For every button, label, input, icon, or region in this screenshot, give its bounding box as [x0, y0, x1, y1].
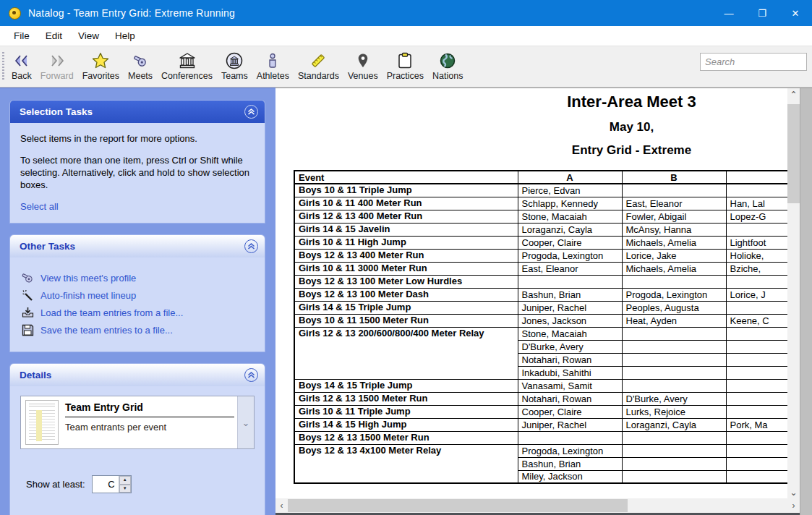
- minimize-button[interactable]: —: [712, 0, 745, 26]
- menu-file[interactable]: File: [6, 27, 38, 44]
- entry-cell[interactable]: McAnsy, Hanna: [622, 223, 726, 236]
- entry-cell[interactable]: Notahari, Rowan: [518, 392, 622, 405]
- event-cell[interactable]: Girls 12 & 13 1500 Meter Run: [294, 392, 518, 405]
- entry-cell[interactable]: Schlapp, Kennedy: [518, 197, 622, 210]
- event-cell[interactable]: Boys 10 & 11 1500 Meter Run: [294, 314, 518, 327]
- entry-cell[interactable]: Fowler, Abigail: [622, 210, 726, 223]
- entry-cell[interactable]: [726, 405, 787, 418]
- event-cell[interactable]: Girls 10 & 11 3000 Meter Run: [294, 262, 518, 275]
- event-cell[interactable]: Boys 12 & 13 1500 Meter Run: [294, 431, 518, 444]
- entry-cell[interactable]: [726, 353, 787, 366]
- event-cell[interactable]: Girls 10 & 11 High Jump: [294, 236, 518, 249]
- details-header[interactable]: Details: [10, 364, 265, 386]
- entry-cell[interactable]: [622, 457, 726, 470]
- spinner-down-icon[interactable]: ▼: [119, 485, 131, 493]
- toolbar-button-practices[interactable]: Practices: [383, 51, 428, 81]
- entry-cell[interactable]: Loraganzi, Cayla: [518, 223, 622, 236]
- entry-cell[interactable]: Juniper, Rachel: [518, 301, 622, 314]
- collapse-chevron-icon[interactable]: [244, 105, 258, 119]
- collapse-chevron-icon[interactable]: [244, 368, 258, 382]
- vertical-scroll-track[interactable]: [787, 101, 800, 486]
- selection-tasks-header[interactable]: Selection Tasks: [10, 101, 265, 123]
- entry-cell[interactable]: Cooper, Claire: [518, 236, 622, 249]
- entry-cell[interactable]: D'Burke, Avery: [622, 392, 726, 405]
- scroll-up-icon[interactable]: ⌃: [787, 88, 800, 101]
- event-cell[interactable]: Boys 12 & 13 4x100 Meter Relay: [294, 444, 518, 483]
- entry-cell[interactable]: Han, Lal: [726, 197, 787, 210]
- entry-cell[interactable]: Bashun, Brian: [518, 457, 622, 470]
- event-cell[interactable]: Boys 12 & 13 100 Meter Low Hurdles: [294, 275, 518, 288]
- event-cell[interactable]: Boys 14 & 15 Triple Jump: [294, 379, 518, 392]
- entry-cell[interactable]: East, Eleanor: [622, 197, 726, 210]
- toolbar-button-teams[interactable]: Teams: [217, 51, 252, 81]
- toolbar-button-standards[interactable]: Standards: [294, 51, 343, 81]
- entry-cell[interactable]: Michaels, Amelia: [622, 262, 726, 275]
- event-cell[interactable]: Girls 12 & 13 400 Meter Run: [294, 210, 518, 223]
- entry-cell[interactable]: [622, 184, 726, 197]
- entry-cell[interactable]: [622, 353, 726, 366]
- entry-cell[interactable]: [726, 366, 787, 379]
- toolbar-button-favorites[interactable]: Favorites: [78, 51, 124, 81]
- event-cell[interactable]: Girls 14 & 15 Javelin: [294, 223, 518, 236]
- entry-cell[interactable]: [726, 379, 787, 392]
- scroll-left-icon[interactable]: ‹: [275, 498, 288, 513]
- entry-cell[interactable]: Holioke,: [726, 249, 787, 262]
- select-all-link[interactable]: Select all: [20, 200, 59, 213]
- entry-cell[interactable]: [622, 340, 726, 353]
- entry-cell[interactable]: Heat, Ayden: [622, 314, 726, 327]
- entry-cell[interactable]: Progoda, Lexington: [518, 249, 622, 262]
- maximize-button[interactable]: ❐: [745, 0, 779, 26]
- event-cell[interactable]: Girls 14 & 15 Triple Jump: [294, 301, 518, 314]
- entry-cell[interactable]: Stone, Macaiah: [518, 210, 622, 223]
- event-cell[interactable]: Girls 12 & 13 200/600/800/400 Meter Rela…: [294, 327, 518, 379]
- entry-cell[interactable]: Bziche,: [726, 262, 787, 275]
- entry-cell[interactable]: [726, 184, 787, 197]
- task-link[interactable]: Auto-finish meet lineup: [40, 289, 136, 302]
- entry-cell[interactable]: Miley, Jackson: [518, 470, 622, 483]
- menu-edit[interactable]: Edit: [38, 27, 70, 44]
- event-cell[interactable]: Boys 12 & 13 100 Meter Dash: [294, 288, 518, 301]
- toolbar-button-nations[interactable]: Nations: [428, 51, 467, 81]
- task-link[interactable]: Save the team entries to a file...: [40, 324, 173, 336]
- entry-cell[interactable]: Pierce, Edvan: [518, 184, 622, 197]
- report-type-selector[interactable]: Team Entry Grid Team entrants per event …: [20, 396, 255, 449]
- toolbar-button-venues[interactable]: Venues: [343, 51, 383, 81]
- entry-cell[interactable]: [622, 444, 726, 457]
- scroll-right-icon[interactable]: ›: [787, 498, 800, 513]
- entry-cell[interactable]: Progoda, Lexington: [622, 288, 726, 301]
- entry-cell[interactable]: [622, 379, 726, 392]
- entry-cell[interactable]: Lorice, Jake: [622, 249, 726, 262]
- entry-cell[interactable]: [726, 327, 787, 340]
- entry-cell[interactable]: [726, 223, 787, 236]
- show-at-least-value[interactable]: C: [93, 476, 119, 493]
- event-cell[interactable]: Girls 10 & 11 Triple Jump: [294, 405, 518, 418]
- event-cell[interactable]: Boys 10 & 11 Triple Jump: [294, 184, 518, 197]
- toolbar-button-athletes[interactable]: Athletes: [252, 51, 294, 81]
- scroll-down-icon[interactable]: ⌄: [787, 486, 800, 498]
- entry-cell[interactable]: [518, 431, 622, 444]
- other-tasks-header[interactable]: Other Tasks: [10, 235, 265, 258]
- entry-cell[interactable]: Keene, C: [726, 314, 787, 327]
- entry-cell[interactable]: [726, 431, 787, 444]
- horizontal-scrollbar[interactable]: ‹ ›: [275, 498, 800, 513]
- vertical-scroll-thumb[interactable]: [787, 104, 800, 203]
- entry-cell[interactable]: [726, 301, 787, 314]
- entry-cell[interactable]: Stone, Macaiah: [518, 327, 622, 340]
- entry-cell[interactable]: [726, 275, 787, 288]
- entry-cell[interactable]: [518, 275, 622, 288]
- entry-cell[interactable]: Loraganzi, Cayla: [622, 418, 726, 431]
- entry-cell[interactable]: Lightfoot: [726, 236, 787, 249]
- entry-cell[interactable]: Jones, Jackson: [518, 314, 622, 327]
- task-link[interactable]: View this meet's profile: [40, 272, 136, 284]
- entry-cell[interactable]: [622, 431, 726, 444]
- entry-cell[interactable]: Michaels, Amelia: [622, 236, 726, 249]
- menu-help[interactable]: Help: [107, 27, 143, 44]
- entry-cell[interactable]: Notahari, Rowan: [518, 353, 622, 366]
- toolbar-button-meets[interactable]: Meets: [124, 51, 157, 81]
- toolbar-button-conferences[interactable]: Conferences: [157, 51, 217, 81]
- entry-cell[interactable]: [726, 457, 787, 470]
- event-cell[interactable]: Girls 14 & 15 High Jump: [294, 418, 518, 431]
- entry-cell[interactable]: Pork, Ma: [726, 418, 787, 431]
- menu-view[interactable]: View: [70, 27, 107, 44]
- entry-cell[interactable]: Lurks, Rejoice: [622, 405, 726, 418]
